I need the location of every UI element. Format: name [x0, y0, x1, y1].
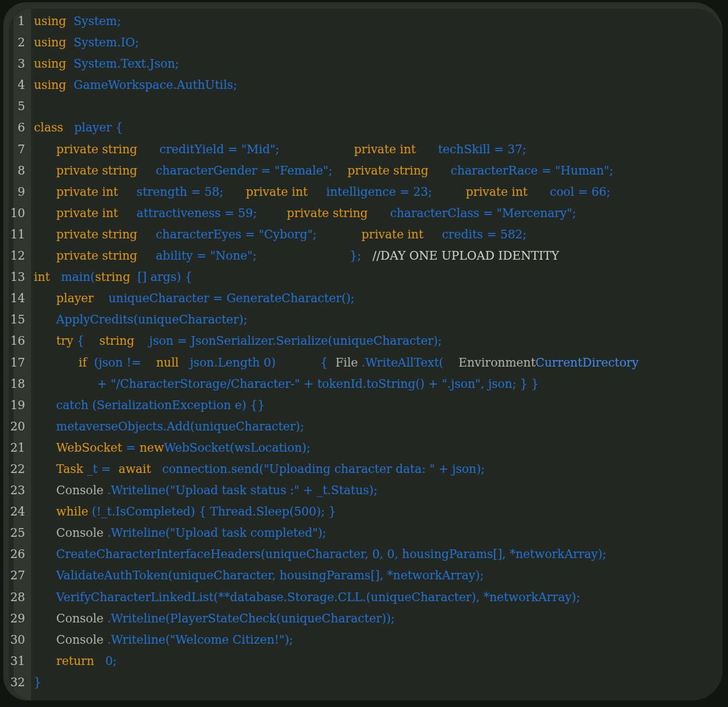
code-text: private string creditYield = "Mid"; priv… [31, 139, 723, 160]
code-token: _t = [83, 462, 119, 476]
code-line: 17 if (json != null json.Length 0) { Fil… [9, 352, 723, 373]
code-token: Console [34, 526, 104, 540]
code-text: Console .Writeline("Upload task complete… [31, 522, 723, 543]
code-editor-surface[interactable]: 1using System;2using System.IO;3using Sy… [9, 9, 723, 700]
code-text: private string ability = "None"; }; //DA… [31, 245, 723, 266]
code-token: .Writeline("Welcome Citizen!"); [104, 633, 293, 646]
code-token: private int [34, 206, 118, 220]
code-line: 19 catch (SerializationException e) {} [9, 394, 723, 416]
code-token: uniqueCharacter = GenerateCharacter(); [94, 291, 355, 305]
code-token: System; [66, 14, 121, 28]
line-number: 1 [9, 10, 31, 32]
code-text: int main(string [] args) { [31, 266, 723, 287]
code-token: try [34, 334, 73, 347]
code-text: try { string json = JsonSerializer.Seria… [31, 330, 723, 351]
code-token: ValidateAuthToken(uniqueCharacter, housi… [34, 568, 484, 582]
code-line: 20 metaverseObjects.Add(uniqueCharacter)… [9, 416, 723, 437]
code-token: private string [34, 249, 137, 262]
code-token: private string [34, 142, 137, 156]
code-token: private string [34, 164, 137, 177]
line-number: 11 [9, 224, 31, 245]
code-line: 24 while (!_t.IsCompleted) { Thread.Slee… [9, 501, 723, 522]
line-number: 23 [9, 480, 31, 501]
code-token: characterRace = "Human"; [429, 164, 613, 177]
code-text: private int attractiveness = 59; private… [31, 202, 723, 224]
code-token: File [335, 356, 358, 369]
code-line: 4using GameWorkspace.AuthUtils; [9, 74, 723, 95]
code-token: string [95, 270, 130, 284]
line-number: 26 [9, 543, 31, 565]
code-line: 14 player uniqueCharacter = GenerateChar… [9, 287, 723, 309]
code-text: using System.IO; [31, 32, 723, 53]
code-token: WebSocket [34, 441, 122, 454]
code-token: using [34, 57, 66, 70]
code-token: techSkill = 37; [416, 142, 526, 156]
code-token: (json != [87, 356, 141, 369]
code-token: = [122, 441, 140, 454]
line-number: 31 [9, 650, 31, 672]
code-token: new [140, 441, 164, 454]
code-line: 10 private int attractiveness = 59; priv… [9, 202, 723, 224]
code-token: class [34, 121, 63, 134]
code-token: private string [34, 227, 137, 241]
code-token: attractiveness = 59; [118, 206, 257, 220]
code-line: 5 [9, 95, 723, 117]
code-token: System.Text.Json; [66, 57, 179, 70]
code-line: 29 Console .Writeline(PlayerStateCheck(u… [9, 608, 723, 629]
code-text: VerifyCharacterLinkedList(**database.Sto… [31, 586, 723, 608]
code-token: main( [50, 270, 95, 284]
line-number: 14 [9, 287, 31, 309]
code-token: Environment [443, 356, 536, 369]
code-line: 28 VerifyCharacterLinkedList(**database.… [9, 586, 723, 608]
code-token: GameWorkspace.AuthUtils; [66, 78, 237, 92]
code-token: json = JsonSerializer.Serialize(uniqueCh… [134, 334, 442, 347]
code-line: 31 return 0; [9, 650, 723, 672]
code-text: private string characterEyes = "Cyborg";… [31, 224, 723, 245]
code-token: strength = 58; [118, 185, 223, 199]
code-text: ValidateAuthToken(uniqueCharacter, housi… [31, 565, 723, 586]
code-token: Console [34, 483, 104, 497]
code-token: private string [257, 206, 368, 220]
line-number: 32 [9, 672, 31, 693]
line-number: 12 [9, 245, 31, 266]
code-text: while (!_t.IsCompleted) { Thread.Sleep(5… [31, 501, 723, 522]
code-text: if (json != null json.Length 0) { File .… [31, 352, 723, 373]
code-token: private string [333, 164, 429, 177]
line-number: 10 [9, 202, 31, 224]
code-token: CurrentDirectory [536, 356, 639, 369]
code-text: catch (SerializationException e) {} [31, 394, 723, 416]
code-text: Task _t = await connection.send("Uploadi… [31, 458, 723, 480]
line-number: 16 [9, 330, 31, 351]
code-token: characterGender = "Female"; [137, 164, 333, 177]
code-text: } [31, 672, 723, 693]
code-token: creditYield = "Mid"; [137, 142, 280, 156]
line-number: 6 [9, 117, 31, 138]
line-number: 30 [9, 629, 31, 650]
editor-window: 1using System;2using System.IO;3using Sy… [3, 2, 723, 700]
code-token: [] args) { [130, 270, 192, 284]
line-number: 20 [9, 416, 31, 437]
code-token: connection.send("Uploading character dat… [151, 462, 485, 476]
line-number: 13 [9, 266, 31, 287]
code-token: player [34, 291, 94, 305]
code-line: 15 ApplyCredits(uniqueCharacter); [9, 309, 723, 330]
code-line: 25 Console .Writeline("Upload task compl… [9, 522, 723, 543]
code-token: Task [34, 462, 83, 476]
code-line: 3using System.Text.Json; [9, 53, 723, 74]
line-number: 15 [9, 309, 31, 330]
code-text: Console .Writeline("Upload task status :… [31, 480, 723, 501]
code-token: .Writeline(PlayerStateCheck(uniqueCharac… [104, 612, 395, 625]
line-number: 3 [9, 53, 31, 74]
code-line: 7 private string creditYield = "Mid"; pr… [9, 139, 723, 160]
code-token: 0; [94, 654, 117, 668]
code-text: private string characterGender = "Female… [31, 160, 723, 181]
code-token: } [34, 675, 41, 689]
code-token: json.Length 0) [179, 356, 276, 369]
code-lines: 1using System;2using System.IO;3using Sy… [9, 10, 723, 693]
code-token: //DAY ONE UPLOAD IDENTITY [362, 249, 559, 262]
code-line: 9 private int strength = 58; private int… [9, 181, 723, 202]
code-token: Console [34, 612, 104, 625]
code-token: cool = 66; [527, 185, 610, 199]
line-number: 2 [9, 32, 31, 53]
code-text: CreateCharacterInterfaceHeaders(uniqueCh… [31, 543, 723, 565]
